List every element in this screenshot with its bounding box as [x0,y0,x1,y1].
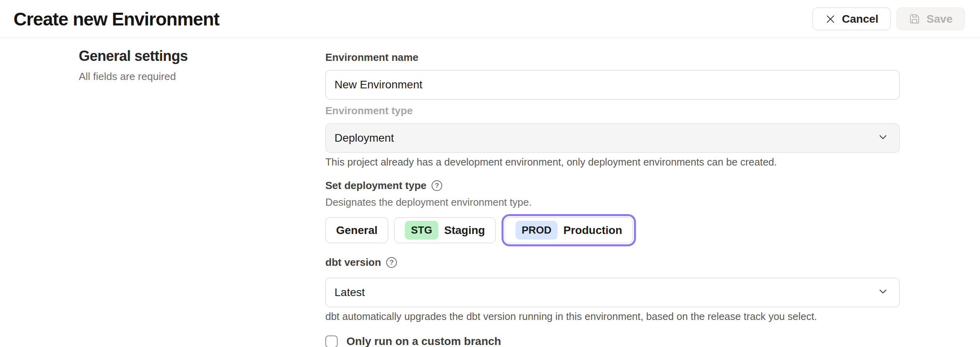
save-button-label: Save [927,13,953,25]
page-title: Create new Environment [14,8,813,30]
save-button[interactable]: Save [896,8,965,30]
dbt-version-value: Latest [334,286,365,299]
environment-type-value: Deployment [334,132,394,144]
custom-branch-label: Only run on a custom branch [346,335,501,347]
settings-section-info: General settings All fields are required [79,48,325,347]
environment-name-label: Environment name [325,51,900,64]
help-icon[interactable]: ? [432,180,442,191]
environment-form: Environment name Environment type Deploy… [325,48,900,347]
save-icon [909,13,921,25]
staging-badge: STG [405,221,438,240]
deployment-type-label: Set deployment type ? [325,179,900,192]
cancel-button[interactable]: Cancel [813,8,891,30]
dbt-version-helper: dbt automatically upgrades the dbt versi… [325,311,900,322]
environment-name-input[interactable] [325,70,900,99]
cancel-button-label: Cancel [842,13,879,25]
dbt-version-label-text: dbt version [325,256,381,269]
deployment-type-options: General STG Staging PROD Production [325,217,900,243]
environment-type-select[interactable]: Deployment [325,123,900,153]
main-content: General settings All fields are required… [0,38,980,347]
header-actions: Cancel Save [813,8,965,30]
deployment-type-option-general[interactable]: General [325,217,388,243]
deployment-type-description: Designates the deployment environment ty… [325,197,900,208]
deployment-type-option-label: Production [564,224,622,237]
environment-type-helper: This project already has a development e… [325,156,900,168]
deployment-type-label-text: Set deployment type [325,179,426,192]
page-header: Create new Environment Cancel Save [0,0,980,38]
deployment-type-option-staging[interactable]: STG Staging [394,217,496,243]
environment-type-label: Environment type [325,105,900,117]
chevron-down-icon [877,285,889,300]
close-icon [825,14,836,25]
deployment-type-option-label: General [336,224,377,237]
section-subheading: All fields are required [79,70,325,83]
chevron-down-icon [877,131,889,146]
custom-branch-row[interactable]: Only run on a custom branch [325,335,900,347]
dbt-version-select[interactable]: Latest [325,278,900,307]
help-icon[interactable]: ? [386,257,397,268]
section-heading: General settings [79,48,325,64]
production-badge: PROD [515,221,557,240]
deployment-type-option-production[interactable]: PROD Production [505,217,633,243]
dbt-version-label: dbt version ? [325,256,900,269]
deployment-type-option-label: Staging [444,224,485,237]
custom-branch-checkbox[interactable] [325,335,338,347]
